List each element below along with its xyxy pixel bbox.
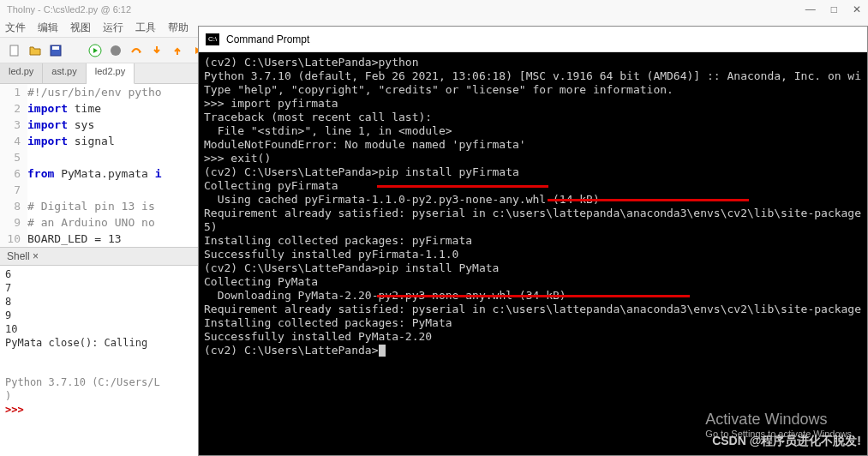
shell-output: PyMata close(): Calling [5,336,193,350]
annotation-underline [548,199,749,201]
code-editor[interactable]: 1#!/usr/bin/env pytho2import time3import… [0,84,198,247]
shell-status2: ) [5,389,193,403]
command-prompt-window: C:\ Command Prompt (cv2) C:\Users\LatteP… [198,26,868,456]
title-bar: Tholny - C:\cs\led2.py @ 6:12 — □ ✕ [0,0,868,19]
maximize-icon[interactable]: □ [831,3,837,15]
run-icon[interactable] [87,43,103,58]
svg-rect-0 [10,45,18,56]
shell-line: 6 [5,267,193,281]
step-over-icon[interactable] [129,43,144,58]
tab-led[interactable]: led.py [0,63,43,83]
editor-tabs: led.py ast.py led2.py [0,63,198,84]
shell-prompt: >>> [5,403,193,417]
cmd-body[interactable]: (cv2) C:\Users\LattePanda>pythonPython 3… [199,52,867,455]
annotation-underline [377,295,690,297]
menu-run[interactable]: 运行 [103,21,123,35]
menu-tools[interactable]: 工具 [135,21,156,35]
close-icon[interactable]: ✕ [853,3,861,15]
menu-file[interactable]: 文件 [5,21,26,35]
shell-line: 10 [5,322,193,336]
tab-led2[interactable]: led2.py [87,63,135,84]
shell-status: Python 3.7.10 (C:/Users/L [5,375,193,389]
shell-line: 7 [5,281,193,295]
window-controls: — □ ✕ [805,3,861,15]
shell-line: 9 [5,309,193,322]
menu-view[interactable]: 视图 [70,21,91,35]
shell-panel[interactable]: 6 7 8 9 10 PyMata close(): Calling Pytho… [0,266,198,456]
window-title: Tholny - C:\cs\led2.py @ 6:12 [7,4,131,15]
cmd-title: Command Prompt [226,33,309,45]
shell-line: 8 [5,295,193,309]
new-file-icon[interactable] [7,43,22,58]
step-out-icon[interactable] [170,43,185,58]
debug-icon[interactable] [108,43,123,58]
menu-help[interactable]: 帮助 [168,21,189,35]
minimize-icon[interactable]: — [805,3,816,15]
svg-rect-2 [52,46,59,50]
tab-ast[interactable]: ast.py [43,63,86,83]
shell-header[interactable]: Shell × [0,247,198,266]
svg-point-4 [111,45,121,56]
save-file-icon[interactable] [48,43,63,58]
editor-panel: led.py ast.py led2.py 1#!/usr/bin/env py… [0,63,198,456]
cmd-icon: C:\ [206,33,219,45]
step-into-icon[interactable] [149,43,165,58]
open-file-icon[interactable] [27,43,43,58]
annotation-underline [377,185,548,188]
cmd-titlebar[interactable]: C:\ Command Prompt [199,27,867,52]
menu-edit[interactable]: 编辑 [38,21,58,35]
